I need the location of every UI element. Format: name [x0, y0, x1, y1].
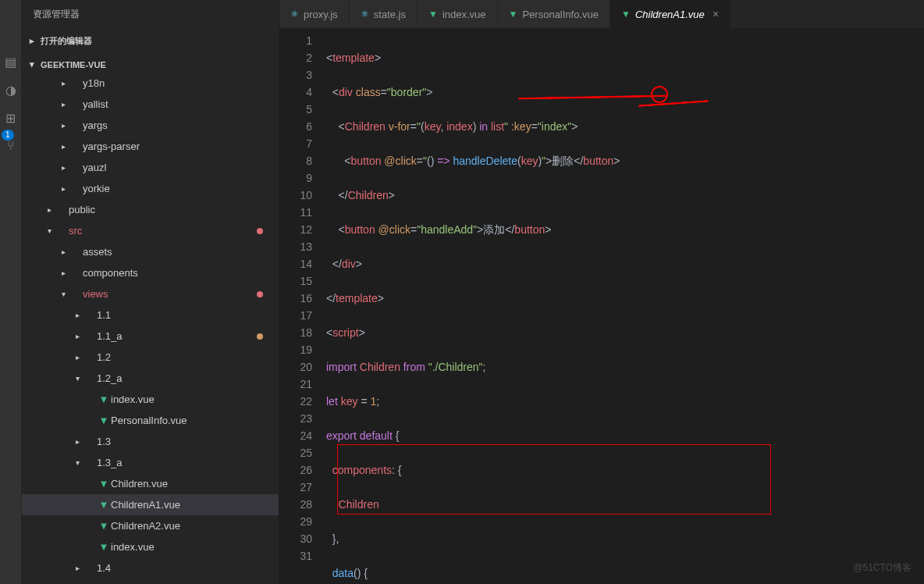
- line-gutter: 1234567891011121314151617181920212223242…: [279, 28, 326, 584]
- tree-label: 1.2: [97, 351, 279, 363]
- tree-item-src[interactable]: ▾src: [22, 220, 279, 241]
- tree-label: Children.vue: [111, 478, 279, 490]
- explorer-sidebar: 资源管理器 ▸打开的编辑器 ▾GEEKTIME-VUE ▸y18n▸yallis…: [22, 0, 279, 584]
- vue-icon: ▼: [428, 9, 438, 20]
- tab-label: ChildrenA1.vue: [635, 9, 705, 20]
- tree-item-1-3_a[interactable]: ▾1.3_a: [22, 452, 279, 473]
- vue-icon: ▼: [509, 9, 518, 20]
- tab-proxy-js[interactable]: ⚛proxy.js: [279, 0, 350, 28]
- extensions-icon[interactable]: ⊞: [4, 111, 18, 125]
- chevron-icon: ▸: [58, 121, 69, 130]
- tree-item-yauzl[interactable]: ▸yauzl: [22, 157, 279, 178]
- vue-icon: ▼: [97, 393, 111, 405]
- tab-label: index.vue: [442, 9, 486, 20]
- debug-icon[interactable]: ◑: [4, 83, 18, 97]
- open-editors-section[interactable]: ▸打开的编辑器: [22, 32, 279, 50]
- tab-bar: ⚛proxy.js⚛state.js▼index.vue▼PersonalInf…: [279, 0, 924, 28]
- tree-item-views[interactable]: ▾views: [22, 283, 279, 304]
- tree-item-assets[interactable]: ▸assets: [22, 241, 279, 262]
- tab-label: state.js: [374, 9, 406, 20]
- tree-item-Children-vue[interactable]: ▼Children.vue: [22, 473, 279, 494]
- chevron-icon: ▾: [44, 226, 55, 235]
- chevron-icon: ▸: [58, 269, 69, 277]
- tab-label: PersonalInfo.vue: [522, 9, 599, 20]
- tab-label: proxy.js: [304, 9, 338, 20]
- modified-dot-icon: [257, 291, 263, 297]
- tree-label: 1.1_a: [97, 330, 257, 342]
- tree-label: 1.3_a: [97, 457, 279, 468]
- tree-label: y18n: [83, 77, 279, 89]
- tab-index-vue[interactable]: ▼index.vue: [418, 0, 498, 28]
- tree-label: components: [83, 267, 279, 279]
- vue-icon: ▼: [97, 541, 111, 553]
- watermark: @51CTO博客: [853, 561, 912, 575]
- chevron-icon: ▸: [58, 163, 69, 172]
- source-control-icon[interactable]: ⑂: [4, 139, 18, 153]
- chevron-icon: ▸: [72, 332, 83, 340]
- tree-item-1-2[interactable]: ▸1.2: [22, 347, 279, 368]
- tree-item-yorkie[interactable]: ▸yorkie: [22, 178, 279, 199]
- tab-ChildrenA1-vue[interactable]: ▼ChildrenA1.vue×: [610, 0, 730, 28]
- vue-icon: ▼: [621, 9, 631, 20]
- tree-label: ChildrenA2.vue: [111, 520, 279, 532]
- chevron-icon: ▸: [58, 79, 69, 87]
- chevron-icon: ▾: [72, 374, 83, 383]
- vue-icon: ▼: [97, 499, 111, 511]
- chevron-icon: ▸: [58, 100, 69, 109]
- tree-item-public[interactable]: ▸public: [22, 199, 279, 220]
- code-body[interactable]: <template> <div class="border"> <Childre…: [326, 28, 924, 584]
- editor-area: ⚛proxy.js⚛state.js▼index.vue▼PersonalInf…: [279, 0, 924, 584]
- tree-item-1-1[interactable]: ▸1.1: [22, 304, 279, 326]
- annotation-circle: [651, 86, 668, 103]
- files-icon[interactable]: ▤: [4, 55, 18, 69]
- vue-icon: ▼: [97, 478, 111, 490]
- react-icon: ⚛: [361, 9, 369, 20]
- tree-item-yargs-parser[interactable]: ▸yargs-parser: [22, 136, 279, 157]
- explorer-title: 资源管理器: [22, 0, 279, 29]
- vue-icon: ▼: [97, 520, 111, 532]
- tree-item-yargs[interactable]: ▸yargs: [22, 115, 279, 136]
- tree-label: 1.1: [97, 309, 279, 321]
- tree-item-y18n[interactable]: ▸y18n: [22, 73, 279, 94]
- tree-label: src: [69, 225, 257, 237]
- react-icon: ⚛: [290, 9, 299, 20]
- modified-dot-icon: [257, 333, 263, 340]
- project-section[interactable]: ▾GEEKTIME-VUE: [22, 56, 279, 73]
- tree-item-index-vue[interactable]: ▼index.vue: [22, 536, 279, 557]
- code-editor[interactable]: 1234567891011121314151617181920212223242…: [279, 28, 924, 584]
- tree-item-ChildrenA1-vue[interactable]: ▼ChildrenA1.vue: [22, 494, 279, 515]
- tree-label: views: [83, 288, 257, 300]
- tree-item-1-4[interactable]: ▸1.4: [22, 557, 279, 579]
- close-icon[interactable]: ×: [713, 8, 719, 20]
- tree-label: yallist: [83, 98, 279, 110]
- annotation-underline-2: [638, 100, 709, 107]
- chevron-icon: ▾: [72, 458, 83, 467]
- chevron-icon: ▸: [58, 184, 69, 193]
- tree-label: yargs: [83, 119, 279, 131]
- tree-label: assets: [83, 246, 279, 258]
- tree-item-components[interactable]: ▸components: [22, 262, 279, 283]
- tree-item-yallist[interactable]: ▸yallist: [22, 94, 279, 115]
- tree-item-index-vue[interactable]: ▼index.vue: [22, 389, 279, 410]
- annotation-box: [337, 444, 771, 515]
- tree-label: ChildrenA1.vue: [111, 499, 279, 511]
- chevron-icon: ▸: [44, 205, 55, 214]
- tree-item-1-2_a[interactable]: ▾1.2_a: [22, 368, 279, 389]
- tree-item-ChildrenA2-vue[interactable]: ▼ChildrenA2.vue: [22, 515, 279, 536]
- tab-PersonalInfo-vue[interactable]: ▼PersonalInfo.vue: [498, 0, 610, 28]
- tab-state-js[interactable]: ⚛state.js: [350, 0, 418, 28]
- tree-label: index.vue: [111, 541, 279, 553]
- tree-label: 1.3: [97, 436, 279, 447]
- tree-label: 1.2_a: [97, 372, 279, 384]
- tree-label: PersonalInfo.vue: [111, 415, 279, 426]
- tree-label: 1.4: [97, 562, 279, 574]
- tree-item-1-1_a[interactable]: ▸1.1_a: [22, 326, 279, 347]
- chevron-icon: ▸: [72, 564, 83, 572]
- chevron-icon: ▸: [58, 142, 69, 151]
- tree-label: yargs-parser: [83, 141, 279, 152]
- tree-item-1-3[interactable]: ▸1.3: [22, 431, 279, 452]
- chevron-icon: ▸: [72, 311, 83, 319]
- activity-bar: ▤ ◑ ⊞ ⑂ 1: [0, 0, 22, 584]
- tree-item-PersonalInfo-vue[interactable]: ▼PersonalInfo.vue: [22, 410, 279, 431]
- chevron-icon: ▸: [72, 353, 83, 361]
